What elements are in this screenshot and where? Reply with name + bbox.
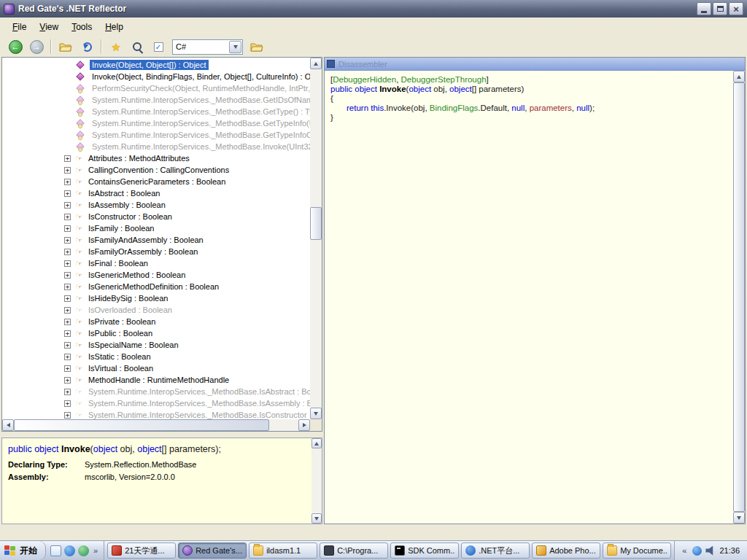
tree-item[interactable]: +☞IsFamilyOrAssembly : Boolean <box>2 246 310 257</box>
expander-icon[interactable]: + <box>64 307 71 314</box>
tree-item[interactable]: PerformSecurityCheck(Object, RuntimeMeth… <box>2 82 310 94</box>
tree-item[interactable]: +☞IsOverloaded : Boolean <box>2 304 310 316</box>
scroll-up-button[interactable] <box>733 71 745 82</box>
expander-icon[interactable]: + <box>64 354 71 360</box>
tree-item[interactable]: +☞CallingConvention : CallingConventions <box>2 164 310 176</box>
search-button[interactable] <box>128 38 147 55</box>
tree-item[interactable]: System.Runtime.InteropServices._MethodBa… <box>2 117 310 129</box>
taskbar-task[interactable]: My Docume... <box>603 542 671 559</box>
tree-item[interactable]: +☞IsSpecialName : Boolean <box>2 339 310 351</box>
tree-item[interactable]: +☞IsPublic : Boolean <box>2 327 310 339</box>
back-button[interactable]: ← <box>6 38 25 55</box>
tree-item[interactable]: +☞ContainsGenericParameters : Boolean <box>2 176 310 187</box>
menu-item-view[interactable]: View <box>33 20 65 34</box>
tree-item[interactable]: +☞System.Runtime.InteropServices._Method… <box>2 386 310 397</box>
tree-item[interactable]: +☞IsFamily : Boolean <box>2 222 310 234</box>
restore-button[interactable] <box>713 2 727 15</box>
volume-icon[interactable] <box>705 546 715 556</box>
expander-icon[interactable]: + <box>64 155 71 162</box>
tree-item[interactable]: +☞IsAbstract : Boolean <box>2 187 310 199</box>
tree-item[interactable]: +☞MethodHandle : RuntimeMethodHandle <box>2 374 310 386</box>
globe-icon[interactable] <box>78 545 89 556</box>
tree-item[interactable]: Invoke(Object, BindingFlags, Binder, Obj… <box>2 71 310 82</box>
minimize-button[interactable] <box>697 2 711 15</box>
open-button[interactable] <box>56 38 75 55</box>
details-vertical-scrollbar[interactable] <box>311 438 322 524</box>
close-button[interactable]: × <box>729 2 743 15</box>
tree-item[interactable]: +☞IsGenericMethodDefinition : Boolean <box>2 281 310 292</box>
tree-horizontal-scrollbar[interactable] <box>2 419 310 431</box>
scroll-up-button[interactable] <box>310 58 322 69</box>
expander-icon[interactable]: + <box>64 365 71 372</box>
tree-item[interactable]: +☞IsVirtual : Boolean <box>2 362 310 374</box>
expander-icon[interactable]: + <box>64 295 71 302</box>
tree-item[interactable]: +☞IsFamilyAndAssembly : Boolean <box>2 234 310 246</box>
tree-item[interactable]: System.Runtime.InteropServices._MethodBa… <box>2 141 310 152</box>
refresh-button[interactable] <box>77 38 96 55</box>
expander-icon[interactable]: + <box>64 272 71 279</box>
menu-item-file[interactable]: File <box>6 20 33 34</box>
favorites-button[interactable]: ★ <box>107 38 125 55</box>
taskbar-task[interactable]: Adobe Pho... <box>532 542 600 559</box>
filter-button[interactable]: ✓ <box>149 38 168 55</box>
expander-icon[interactable]: + <box>64 190 71 197</box>
expander-icon[interactable]: + <box>64 412 71 419</box>
expander-icon[interactable]: + <box>64 167 71 174</box>
scroll-down-button[interactable] <box>310 408 322 419</box>
tree-item[interactable]: +☞IsGenericMethod : Boolean <box>2 269 310 281</box>
expander-icon[interactable]: + <box>64 260 71 267</box>
expander-icon[interactable]: + <box>64 202 71 209</box>
expander-icon[interactable]: + <box>64 284 71 290</box>
expander-icon[interactable]: + <box>64 330 71 337</box>
taskbar-task[interactable]: Red Gate's... <box>178 542 247 559</box>
scroll-left-button[interactable] <box>2 419 14 431</box>
taskbar-task[interactable]: .NET平台... <box>461 542 530 559</box>
scroll-up-button[interactable] <box>311 438 322 448</box>
tree-item[interactable]: +☞Attributes : MethodAttributes <box>2 152 310 164</box>
tree-item[interactable]: +☞System.Runtime.InteropServices._Method… <box>2 397 310 409</box>
expander-icon[interactable]: + <box>64 237 71 244</box>
document-icon[interactable] <box>50 545 61 556</box>
scroll-thumb[interactable] <box>310 207 322 240</box>
tree-vertical-scrollbar[interactable] <box>310 58 322 419</box>
expander-icon[interactable]: + <box>64 225 71 232</box>
tree-item[interactable]: System.Runtime.InteropServices._MethodBa… <box>2 106 310 117</box>
open-list-button[interactable] <box>247 38 266 55</box>
expander-icon[interactable]: + <box>64 249 71 255</box>
scroll-down-button[interactable] <box>733 512 745 524</box>
expander-icon[interactable]: + <box>64 342 71 349</box>
tree-item[interactable]: System.Runtime.InteropServices._MethodBa… <box>2 94 310 106</box>
taskbar-task[interactable]: 21天学通... <box>107 542 176 559</box>
tray-collapse-button[interactable]: « <box>681 546 688 555</box>
menu-item-help[interactable]: Help <box>98 20 130 34</box>
scroll-thumb[interactable] <box>14 419 269 431</box>
taskbar-task[interactable]: C:\Progra... <box>320 542 388 559</box>
msn-icon[interactable] <box>692 546 702 556</box>
expander-icon[interactable]: + <box>64 400 71 407</box>
tree-item[interactable]: +☞System.Runtime.InteropServices._Method… <box>2 409 310 419</box>
tree-item[interactable]: +☞IsHideBySig : Boolean <box>2 292 310 304</box>
tree-item[interactable]: Invoke(Object, Object[]) : Object <box>2 59 310 71</box>
tree-item[interactable]: +☞IsConstructor : Boolean <box>2 211 310 222</box>
expander-icon[interactable]: + <box>64 377 71 384</box>
forward-button[interactable]: → <box>27 38 46 55</box>
start-button[interactable]: 开始 <box>0 541 46 560</box>
menu-item-tools[interactable]: Tools <box>65 20 98 34</box>
tree-item[interactable]: +☞IsAssembly : Boolean <box>2 199 310 211</box>
code-vertical-scrollbar[interactable] <box>733 71 745 524</box>
msn-icon[interactable] <box>64 545 75 556</box>
taskbar-task[interactable]: ildasm1.1 <box>249 542 317 559</box>
expander-icon[interactable]: + <box>64 214 71 220</box>
language-combobox[interactable]: C# <box>172 39 243 55</box>
combobox-dropdown-button[interactable] <box>229 41 241 53</box>
expander-icon[interactable]: + <box>64 179 71 185</box>
expander-icon[interactable]: + <box>64 389 71 395</box>
scroll-down-button[interactable] <box>311 513 322 524</box>
scroll-thumb[interactable] <box>733 82 745 512</box>
tree-item[interactable]: +☞IsStatic : Boolean <box>2 351 310 362</box>
tree-item[interactable]: +☞IsFinal : Boolean <box>2 257 310 269</box>
tree-item[interactable]: System.Runtime.InteropServices._MethodBa… <box>2 129 310 141</box>
tree-item[interactable]: +☞IsPrivate : Boolean <box>2 316 310 327</box>
taskbar-task[interactable]: SDK Comm... <box>390 542 459 559</box>
expander-icon[interactable]: + <box>64 319 71 325</box>
